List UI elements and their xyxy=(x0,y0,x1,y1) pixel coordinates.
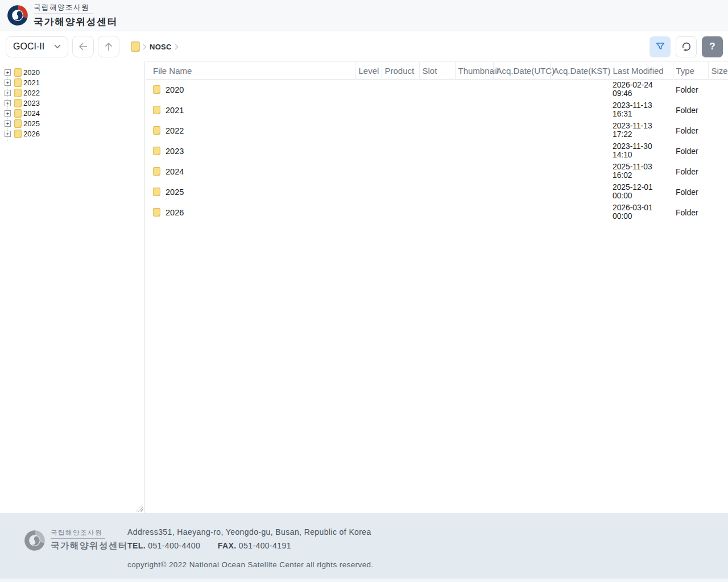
folder-icon xyxy=(14,109,22,118)
cell-slot xyxy=(419,141,455,161)
tree-item-label: 2020 xyxy=(23,68,40,77)
tree-item[interactable]: + 2020 xyxy=(0,67,144,77)
tree-item-label: 2023 xyxy=(23,99,40,107)
cell-slot xyxy=(419,182,455,202)
tree-item[interactable]: + 2021 xyxy=(0,77,144,88)
table-row[interactable]: 2023 2023-11-30 14:10 Folder xyxy=(146,141,728,161)
footer: 국립해양조사원 국가해양위성센터 Address351, Haeyang-ro,… xyxy=(0,513,728,582)
expand-plus-icon[interactable]: + xyxy=(5,110,11,117)
folder-icon xyxy=(153,126,160,135)
cell-size xyxy=(708,182,728,202)
chevron-right-icon xyxy=(143,44,147,50)
cell-thumbnail xyxy=(455,141,493,161)
expand-plus-icon[interactable]: + xyxy=(5,131,11,137)
arrow-up-icon xyxy=(102,40,115,53)
folder-icon xyxy=(153,167,160,176)
tree-item[interactable]: + 2026 xyxy=(0,128,144,139)
table-row[interactable]: 2026 2026-03-01 00:00 Folder xyxy=(146,202,728,223)
breadcrumb: NOSC xyxy=(131,41,179,52)
cell-type: Folder xyxy=(673,161,708,182)
cell-product xyxy=(382,202,419,223)
cell-acq-date-utc xyxy=(493,182,550,202)
cell-acq-date-kst xyxy=(550,80,610,100)
cell-acq-date-utc xyxy=(493,161,550,182)
column-header-acq-date-utc[interactable]: Acq.Date(UTC) xyxy=(493,62,550,80)
folder-icon[interactable] xyxy=(131,41,140,52)
cell-level xyxy=(355,100,382,120)
column-header-file-name[interactable]: File Name xyxy=(146,62,355,80)
tree-item-label: 2024 xyxy=(23,109,40,118)
cell-type: Folder xyxy=(673,120,708,141)
filter-button[interactable] xyxy=(650,36,671,57)
toolbar: GOCI-II NOSC xyxy=(0,32,728,61)
cell-thumbnail xyxy=(455,161,493,182)
file-name: 2026 xyxy=(166,208,184,217)
folder-icon xyxy=(14,78,22,87)
cell-slot xyxy=(419,161,455,182)
satellite-select[interactable]: GOCI-II xyxy=(6,36,68,57)
refresh-button[interactable] xyxy=(676,36,697,57)
expand-plus-icon[interactable]: + xyxy=(5,90,11,96)
government-emblem-logo-gray xyxy=(24,530,46,551)
resize-grip-icon[interactable] xyxy=(136,505,143,512)
expand-plus-icon[interactable]: + xyxy=(5,100,11,106)
fax-label: FAX. xyxy=(218,541,237,550)
tree-item[interactable]: + 2022 xyxy=(0,88,144,98)
column-header-type[interactable]: Type xyxy=(673,62,708,80)
cell-acq-date-utc xyxy=(493,202,550,223)
cell-last-modified: 2026-02-24 09:46 xyxy=(610,80,673,100)
up-button[interactable] xyxy=(98,36,119,57)
tree-item-label: 2025 xyxy=(23,119,40,128)
breadcrumb-root[interactable]: NOSC xyxy=(150,43,172,51)
satellite-select-value: GOCI-II xyxy=(13,41,44,52)
footer-logo: 국립해양조사원 국가해양위성센터 xyxy=(24,529,128,552)
footer-center-name: 국가해양위성센터 xyxy=(51,540,128,552)
cell-product xyxy=(382,120,419,141)
center-name: 국가해양위성센터 xyxy=(34,15,118,28)
cell-thumbnail xyxy=(455,202,493,223)
column-header-thumbnail[interactable]: Thumbnail xyxy=(455,62,493,80)
cell-acq-date-utc xyxy=(493,120,550,141)
last-modified-time: 16:02 xyxy=(613,172,673,180)
tree-item-label: 2022 xyxy=(23,89,40,97)
last-modified-date: 2025-12-01 xyxy=(613,184,673,192)
table-row[interactable]: 2022 2023-11-13 17:22 Folder xyxy=(146,120,728,141)
cell-level xyxy=(355,80,382,100)
table-row[interactable]: 2021 2023-11-13 16:31 Folder xyxy=(146,100,728,120)
expand-plus-icon[interactable]: + xyxy=(5,80,11,86)
column-header-last-modified[interactable]: Last Modified xyxy=(610,62,673,80)
expand-plus-icon[interactable]: + xyxy=(5,69,11,76)
cell-product xyxy=(382,161,419,182)
tree-item[interactable]: + 2023 xyxy=(0,98,144,108)
table-row[interactable]: 2025 2025-12-01 00:00 Folder xyxy=(146,182,728,202)
column-header-product[interactable]: Product xyxy=(382,62,419,80)
cell-level xyxy=(355,141,382,161)
last-modified-date: 2026-02-24 xyxy=(613,81,673,90)
column-header-size[interactable]: Size xyxy=(708,62,728,80)
help-button[interactable]: ? xyxy=(702,36,723,57)
expand-plus-icon[interactable]: + xyxy=(5,120,11,127)
cell-last-modified: 2026-03-01 00:00 xyxy=(610,202,673,223)
back-button[interactable] xyxy=(72,36,94,57)
cell-size xyxy=(708,141,728,161)
tree-item[interactable]: + 2025 xyxy=(0,118,144,128)
column-header-level[interactable]: Level xyxy=(355,62,382,80)
cell-last-modified: 2025-11-03 16:02 xyxy=(610,161,673,182)
cell-acq-date-kst xyxy=(550,182,610,202)
folder-icon xyxy=(14,130,22,138)
table-row[interactable]: 2020 2026-02-24 09:46 Folder xyxy=(146,80,728,100)
arrow-left-icon xyxy=(77,40,89,53)
header-brand-band: 국립해양조사원 국가해양위성센터 xyxy=(0,0,728,31)
last-modified-time: 14:10 xyxy=(613,151,673,160)
folder-icon xyxy=(153,188,160,196)
chevron-down-icon xyxy=(54,44,61,49)
column-header-slot[interactable]: Slot xyxy=(419,62,455,80)
cell-slot xyxy=(419,202,455,223)
cell-thumbnail xyxy=(455,80,493,100)
tree-item[interactable]: + 2024 xyxy=(0,108,144,118)
column-header-acq-date-kst[interactable]: Acq.Date(KST) xyxy=(550,62,610,80)
table-row[interactable]: 2024 2025-11-03 16:02 Folder xyxy=(146,161,728,182)
cell-acq-date-utc xyxy=(493,80,550,100)
app-window: 국립해양조사원 국가해양위성센터 GOCI-II xyxy=(0,0,728,582)
cell-last-modified: 2023-11-13 16:31 xyxy=(610,100,673,120)
